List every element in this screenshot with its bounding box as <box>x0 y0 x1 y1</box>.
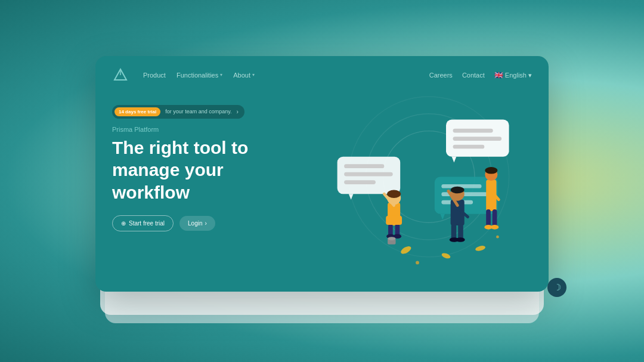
svg-rect-14 <box>344 180 376 184</box>
svg-marker-6 <box>452 156 457 162</box>
nav-product[interactable]: Product <box>143 72 166 79</box>
svg-rect-13 <box>344 172 393 176</box>
svg-rect-9 <box>453 144 485 148</box>
svg-rect-12 <box>344 164 384 168</box>
svg-rect-44 <box>486 209 491 227</box>
nav-about[interactable]: About ▾ <box>233 72 255 79</box>
svg-point-51 <box>416 261 419 264</box>
hero-section: 14 days free trial for your team and com… <box>95 99 549 272</box>
svg-point-33 <box>451 186 465 193</box>
svg-point-42 <box>485 167 497 174</box>
flag-icon: 🇬🇧 <box>494 71 503 79</box>
svg-point-50 <box>475 245 486 252</box>
login-button[interactable]: Login › <box>179 216 215 231</box>
nav-functionalities[interactable]: Functionalities ▾ <box>177 72 222 79</box>
svg-rect-7 <box>453 128 493 132</box>
nav-links: Product Functionalities ▾ About ▾ <box>143 72 415 79</box>
navbar: Product Functionalities ▾ About ▾ Career… <box>95 56 549 94</box>
svg-marker-11 <box>349 194 354 200</box>
svg-point-47 <box>491 225 499 230</box>
svg-point-22 <box>387 190 401 197</box>
arrow-icon: › <box>205 220 207 227</box>
trial-text: for your team and company. <box>165 109 231 115</box>
platform-label: Prisma Platform <box>112 126 303 133</box>
hero-title: The right tool to manage your workflow <box>112 137 303 204</box>
person-icon: ⊕ <box>121 220 126 227</box>
svg-rect-36 <box>451 224 457 240</box>
nav-careers[interactable]: Careers <box>429 72 453 79</box>
svg-rect-45 <box>493 209 497 227</box>
chevron-icon: ▾ <box>220 72 222 78</box>
chevron-icon: ▾ <box>528 72 532 79</box>
svg-rect-8 <box>453 137 502 141</box>
nav-right: Careers Contact 🇬🇧 English ▾ <box>429 71 532 79</box>
hero-illustration <box>303 93 532 272</box>
svg-point-39 <box>456 237 465 242</box>
trial-badge: 14 days free trial <box>114 107 160 116</box>
svg-rect-37 <box>458 224 463 240</box>
start-free-trial-button[interactable]: ⊕ Start free trial <box>112 215 174 231</box>
svg-point-49 <box>441 252 451 259</box>
main-card: Product Functionalities ▾ About ▾ Career… <box>95 56 549 292</box>
stacked-cards: Product Functionalities ▾ About ▾ Career… <box>95 56 549 307</box>
hero-left: 14 days free trial for your team and com… <box>112 99 303 232</box>
chevron-icon: ▾ <box>252 72 255 78</box>
trial-banner[interactable]: 14 days free trial for your team and com… <box>112 105 244 119</box>
moon-icon: ☽ <box>553 282 561 293</box>
svg-point-30 <box>388 237 395 240</box>
svg-marker-16 <box>440 214 445 219</box>
hero-buttons: ⊕ Start free trial Login › <box>112 215 303 231</box>
nav-language[interactable]: 🇬🇧 English ▾ <box>494 71 532 79</box>
logo <box>112 67 129 83</box>
nav-contact[interactable]: Contact <box>462 72 485 79</box>
svg-rect-28 <box>386 215 402 224</box>
trial-arrow-icon: › <box>237 109 239 115</box>
dark-mode-button[interactable]: ☽ <box>547 278 566 297</box>
svg-point-52 <box>496 235 499 238</box>
